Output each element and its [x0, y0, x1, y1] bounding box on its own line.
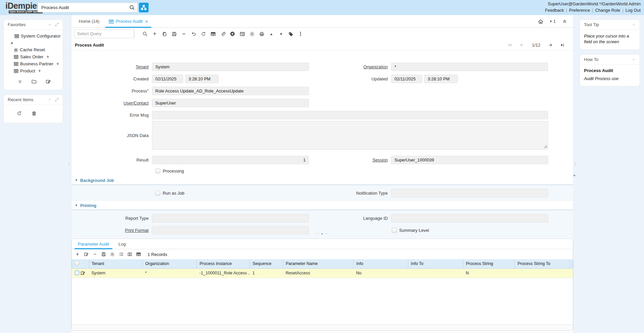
right-splitter-expand-icon[interactable]: ▶ — [574, 174, 576, 177]
language-id-field[interactable] — [391, 214, 548, 222]
preference-link[interactable]: Preference — [569, 8, 590, 13]
column-header[interactable]: Tenant — [89, 259, 143, 268]
column-header[interactable]: Sequence — [250, 259, 283, 268]
collapse-panel-icon[interactable] — [48, 23, 52, 26]
column-header[interactable]: Parameter Name — [283, 259, 354, 268]
find-record-button[interactable] — [141, 30, 149, 38]
error-msg-field[interactable] — [152, 111, 548, 119]
collapse-panel-icon[interactable] — [632, 23, 636, 26]
tag-icon[interactable] — [287, 30, 295, 38]
collapse-all-icon[interactable] — [16, 78, 24, 86]
organization-label[interactable]: Organization — [309, 64, 391, 69]
columns-icon[interactable] — [126, 251, 133, 258]
cell[interactable]: ResetAccess — [283, 268, 354, 278]
kebab-icon[interactable]: ⋮ — [297, 30, 305, 38]
folder-icon[interactable] — [30, 78, 38, 86]
created-date-field[interactable]: 02/11/2025 — [152, 75, 183, 83]
column-header[interactable]: Process String — [463, 259, 515, 268]
column-header[interactable]: Process String To — [515, 259, 570, 268]
select-query-combo[interactable]: ▼ — [74, 29, 135, 38]
delete-record-button[interactable]: − — [180, 30, 188, 38]
search-icon[interactable] — [129, 5, 135, 10]
cell[interactable] — [570, 268, 573, 278]
collapse-panel-icon[interactable] — [48, 98, 52, 102]
expand-panel-icon[interactable] — [55, 98, 59, 102]
user-contact-field[interactable]: SuperUser — [152, 99, 309, 107]
list-view-icon[interactable] — [117, 251, 125, 258]
recent-items-header[interactable]: Recent Items — [4, 95, 63, 105]
collapse-all-tabs-icon[interactable] — [560, 17, 569, 25]
record-zoom-icon[interactable] — [228, 30, 236, 38]
last-record-icon[interactable] — [560, 43, 565, 47]
trash-icon[interactable] — [30, 110, 38, 118]
add-node-button[interactable]: + — [38, 68, 41, 73]
edit-favorites-icon[interactable] — [44, 78, 52, 86]
tab-parameter-audit[interactable]: Parameter Audit — [73, 239, 114, 249]
home-icon[interactable] — [537, 17, 545, 25]
favorite-item[interactable]: System Configurator — [6, 32, 61, 40]
grid-icon[interactable] — [135, 251, 142, 258]
report-icon[interactable] — [238, 30, 246, 38]
add-node-button[interactable]: + — [6, 40, 61, 47]
first-record-icon[interactable] — [508, 43, 512, 47]
column-header[interactable]: Info — [354, 259, 408, 268]
cell[interactable]: No — [354, 268, 408, 278]
cell[interactable]: -1_1000011_Role Access ... — [197, 268, 250, 278]
notification-type-field[interactable] — [391, 189, 548, 197]
row-checkbox[interactable] — [75, 271, 79, 275]
tool-tip-header[interactable]: Tool Tip — [580, 20, 640, 30]
json-data-textarea[interactable] — [152, 121, 548, 150]
updated-time-field[interactable]: 3:28:10 PM — [424, 75, 458, 83]
select-query-input[interactable] — [74, 31, 134, 36]
add-node-button[interactable]: + — [56, 61, 59, 66]
global-search-input[interactable] — [38, 5, 129, 10]
chevron-up-icon[interactable]: ▲ — [267, 30, 275, 38]
save-button[interactable] — [170, 30, 178, 38]
cell[interactable] — [515, 268, 570, 278]
report-type-field[interactable] — [152, 214, 309, 222]
select-all-header[interactable] — [72, 259, 89, 268]
user-contact-label[interactable]: User/Contact — [71, 101, 152, 106]
cell[interactable]: N — [463, 268, 515, 278]
tab-process-audit[interactable]: Process Audit × — [104, 15, 153, 27]
edit-icon[interactable] — [80, 271, 85, 276]
gear-icon[interactable] — [109, 251, 116, 258]
column-header[interactable]: Process Instance — [197, 259, 250, 268]
logout-link[interactable]: Log Out — [625, 8, 641, 13]
process-field[interactable]: Role Access Update_AD_Role_AccessUpdate — [152, 87, 309, 95]
session-field[interactable]: SuperUser_1000039 — [391, 156, 548, 164]
cell[interactable]: System — [89, 268, 143, 278]
table-row[interactable]: System * -1_1000011_Role Access ... 1 Re… — [72, 268, 573, 278]
collapse-panel-icon[interactable] — [632, 58, 636, 61]
chevron-down-icon[interactable]: ▼ — [134, 30, 135, 38]
refresh-icon[interactable] — [199, 30, 207, 38]
open-windows-badge[interactable]: ▼1 — [549, 19, 556, 24]
favorite-item[interactable]: Sales Order + — [6, 53, 61, 60]
favorite-item[interactable]: Business Partner + — [6, 60, 61, 67]
favorite-item[interactable]: Cache Reset — [6, 47, 61, 53]
cell[interactable] — [408, 268, 463, 278]
add-node-button[interactable]: + — [46, 54, 49, 59]
section-background-job[interactable]: ▼ Background Job — [71, 176, 573, 185]
left-splitter-handle[interactable]: ⁞ — [68, 162, 69, 166]
created-time-field[interactable]: 3:28:10 PM — [185, 75, 219, 83]
tab-log[interactable]: Log — [114, 239, 130, 249]
column-header[interactable]: Info To — [408, 259, 463, 268]
edit-icon[interactable] — [83, 251, 90, 258]
copy-record-button[interactable] — [160, 30, 168, 38]
updated-date-field[interactable]: 02/11/2025 — [391, 75, 422, 83]
favorites-header[interactable]: Favorites — [4, 20, 63, 30]
previous-record-icon[interactable] — [520, 43, 525, 48]
save-icon[interactable] — [100, 251, 107, 258]
change-role-link[interactable]: Change Role — [595, 8, 620, 13]
undo-icon[interactable] — [190, 30, 198, 38]
how-to-header[interactable]: How To — [580, 55, 640, 65]
column-header[interactable]: P — [570, 259, 573, 268]
pane-splitter-handle[interactable]: ⋯ ▾ ⋯ — [71, 232, 573, 237]
column-header[interactable]: Organization — [143, 259, 197, 268]
global-search[interactable] — [38, 3, 138, 12]
new-record-button[interactable]: + — [151, 30, 159, 38]
run-as-job-checkbox[interactable] — [155, 191, 160, 196]
attachment-icon[interactable] — [219, 30, 227, 38]
result-field[interactable]: 1 — [152, 156, 309, 164]
